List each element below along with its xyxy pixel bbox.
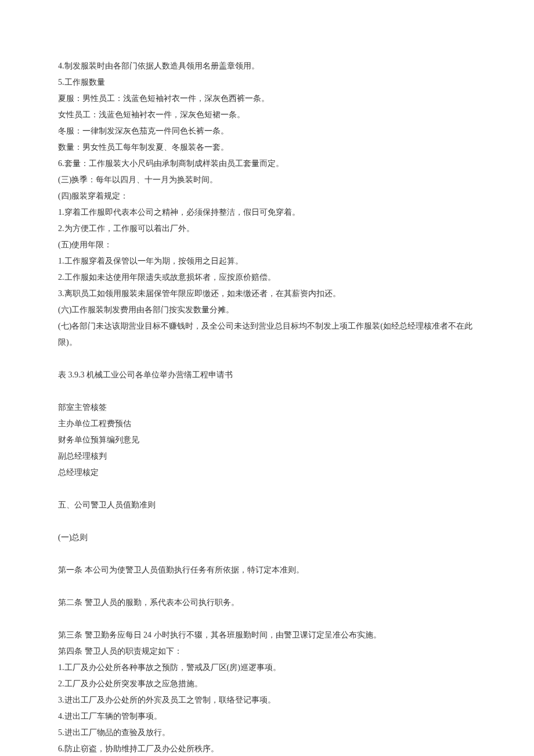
table-rows: 部室主管核签 主办单位工程费预估 财务单位预算编列意见 副总经理核判 总经理核定 [58, 399, 476, 481]
text-line: 冬服：一律制发深灰色茄克一件同色长裤一条。 [58, 123, 476, 139]
text-line: 1.工作服穿着及保管以一年为期，按领用之日起算。 [58, 253, 476, 269]
sub-heading: (一)总则 [58, 530, 476, 546]
text-line: 1.工厂及办公处所各种事故之预防，警戒及厂区(房)巡逻事项。 [58, 660, 476, 676]
table-row: 总经理核定 [58, 465, 476, 481]
text-line: 表 3.9.3 机械工业公司各单位举办营缮工程申请书 [58, 367, 476, 383]
text-line: (三)换季：每年以四月、十一月为换装时间。 [58, 172, 476, 188]
article-3: 第三条 警卫勤务应每日 24 小时执行不辍，其各班服勤时间，由警卫课订定呈准公布… [58, 627, 476, 643]
table-title: 表 3.9.3 机械工业公司各单位举办营缮工程申请书 [58, 367, 476, 383]
text-line: 4.进出工厂车辆的管制事项。 [58, 708, 476, 725]
document-body: 4.制发服装时由各部门依据人数造具领用名册盖章领用。 5.工作服数量 夏服：男性… [58, 58, 476, 756]
regulation-lines: 4.制发服装时由各部门依据人数造具领用名册盖章领用。 5.工作服数量 夏服：男性… [58, 58, 476, 351]
text-line: 第三条 警卫勤务应每日 24 小时执行不辍，其各班服勤时间，由警卫课订定呈准公布… [58, 627, 476, 643]
text-line: 第二条 警卫人员的服勤，系代表本公司执行职务。 [58, 595, 476, 611]
text-line: 2.工厂及办公处所突发事故之应急措施。 [58, 676, 476, 692]
text-line: (五)使用年限： [58, 237, 476, 253]
text-line: 5.进出工厂物品的查验及放行。 [58, 725, 476, 741]
text-line: 3.进出工厂及办公处所的外宾及员工之管制，联络登记事项。 [58, 692, 476, 708]
text-line: 3.离职员工如领用服装未届保管年限应即缴还，如未缴还者，在其薪资内扣还。 [58, 286, 476, 302]
article-4-block: 第四条 警卫人员的职责规定如下： 1.工厂及办公处所各种事故之预防，警戒及厂区(… [58, 643, 476, 756]
text-line: 第四条 警卫人员的职责规定如下： [58, 643, 476, 660]
text-line: (四)服装穿着规定： [58, 188, 476, 204]
text-line: 夏服：男性员工：浅蓝色短袖衬衣一件，深灰色西裤一条。 [58, 91, 476, 107]
text-line: (六)工作服装制发费用由各部门按实发数量分摊。 [58, 302, 476, 318]
table-row: 主办单位工程费预估 [58, 416, 476, 432]
text-line: 2.为方便工作，工作服可以着出厂外。 [58, 221, 476, 237]
text-line: 五、公司警卫人员值勤准则 [58, 497, 476, 513]
table-row: 副总经理核判 [58, 448, 476, 465]
text-line: 4.制发服装时由各部门依据人数造具领用名册盖章领用。 [58, 58, 476, 74]
text-line: (七)各部门未达该期营业目标不赚钱时，及全公司未达到营业总目标均不制发上项工作服… [58, 318, 476, 351]
text-line: 2.工作服如未达使用年限遗失或故意损坏者，应按原价赔偿。 [58, 269, 476, 286]
table-row: 财务单位预算编列意见 [58, 432, 476, 448]
article-2: 第二条 警卫人员的服勤，系代表本公司执行职务。 [58, 595, 476, 611]
article-1: 第一条 本公司为使警卫人员值勤执行任务有所依据，特订定本准则。 [58, 562, 476, 578]
text-line: 5.工作服数量 [58, 74, 476, 91]
text-line: 6.防止窃盗，协助维持工厂及办公处所秩序。 [58, 741, 476, 756]
text-line: 女性员工：浅蓝色短袖衬衣一件，深灰色短裙一条。 [58, 107, 476, 123]
text-line: 6.套量：工作服装大小尺码由承制商制成样装由员工套量而定。 [58, 156, 476, 172]
table-row: 部室主管核签 [58, 399, 476, 416]
text-line: 1.穿着工作服即代表本公司之精神，必须保持整洁，假日可免穿着。 [58, 204, 476, 221]
text-line: 第一条 本公司为使警卫人员值勤执行任务有所依据，特订定本准则。 [58, 562, 476, 578]
text-line: (一)总则 [58, 530, 476, 546]
section-5-title: 五、公司警卫人员值勤准则 [58, 497, 476, 513]
text-line: 数量：男女性员工每年制发夏、冬服装各一套。 [58, 139, 476, 156]
